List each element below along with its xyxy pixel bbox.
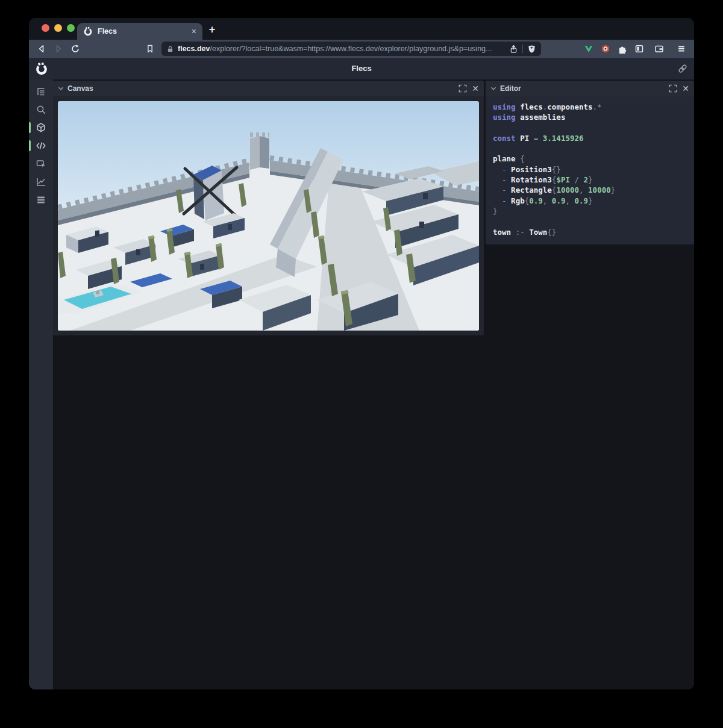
search-icon	[36, 104, 46, 115]
sidebar-item-scene[interactable]	[29, 119, 53, 137]
code-line: - Rotation3{$PI / 2}	[493, 175, 687, 185]
inspector-icon	[36, 158, 46, 169]
entity-tree-icon	[36, 86, 46, 97]
code-line: plane {	[493, 154, 687, 164]
watchtower-side	[260, 136, 269, 169]
sidebar-toggle-icon[interactable]	[634, 44, 644, 54]
page-title: Flecs	[29, 58, 694, 79]
code-line: - Rgb{0.9, 0.9, 0.9}	[493, 196, 687, 206]
code-editor-icon	[36, 140, 46, 151]
watchtower	[250, 136, 260, 170]
chevron-down-icon[interactable]	[58, 86, 64, 92]
url-divider	[522, 45, 523, 53]
url-domain: flecs.dev	[178, 45, 210, 53]
sidebar-item-search[interactable]	[29, 101, 53, 119]
code-line	[493, 123, 687, 133]
wallet-icon[interactable]	[654, 44, 664, 54]
canvas-panel: Canvas ✕	[53, 81, 484, 335]
code-line	[493, 216, 687, 226]
close-icon[interactable]: ✕	[682, 84, 689, 93]
code-line: }	[493, 206, 687, 216]
code-line: using assemblies	[493, 112, 687, 122]
lock-icon	[166, 45, 174, 53]
browser-tab[interactable]: Flecs ×	[77, 23, 202, 40]
share-icon[interactable]	[509, 45, 518, 54]
tab-title: Flecs	[98, 27, 117, 36]
chevron-down-icon[interactable]	[490, 86, 496, 92]
screenshot: Flecs × +	[0, 0, 723, 728]
extensions-puzzle-icon[interactable]	[618, 44, 627, 54]
new-tab-button[interactable]: +	[205, 23, 219, 37]
code-line: const PI = 3.1415926	[493, 133, 687, 143]
traffic-lights	[42, 24, 75, 32]
editor-panel-header: Editor ✕	[486, 81, 694, 96]
tab-strip: Flecs × +	[29, 18, 694, 40]
tab-close-icon[interactable]: ×	[192, 27, 196, 36]
canvas-panel-title: Canvas	[67, 84, 93, 93]
code-line: - Rectangle{10000, 10000}	[493, 185, 687, 195]
canvas-panel-body	[53, 96, 484, 335]
bookmark-icon[interactable]	[145, 44, 155, 54]
workspace: Canvas ✕	[53, 79, 694, 689]
browser-toolbar: flecs.dev /explorer/?local=true&wasm=htt…	[29, 40, 694, 58]
sidebar-item-tables[interactable]	[29, 191, 53, 209]
app-sidebar	[29, 79, 53, 689]
hex-extension-icon[interactable]	[601, 44, 610, 54]
scene-canvas-icon	[36, 122, 46, 133]
url-path: /explorer/?local=true&wasm=https://www.f…	[210, 45, 505, 53]
close-window-button[interactable]	[42, 24, 49, 32]
forward-icon[interactable]	[54, 44, 63, 54]
app-header: Flecs	[29, 58, 694, 79]
code-line	[493, 143, 687, 154]
permalink-icon[interactable]	[678, 64, 687, 73]
flecs-favicon-icon	[83, 26, 93, 36]
sidebar-item-editor[interactable]	[29, 137, 53, 155]
canvas-panel-header: Canvas ✕	[53, 81, 484, 96]
stats-chart-icon	[36, 176, 46, 187]
back-icon[interactable]	[37, 44, 46, 54]
reload-icon[interactable]	[70, 44, 80, 54]
editor-panel: Editor ✕ using flecs.components.*usin	[486, 81, 694, 244]
brave-shield-icon[interactable]	[527, 45, 536, 54]
close-icon[interactable]: ✕	[472, 84, 479, 93]
fullscreen-icon[interactable]	[459, 84, 467, 93]
code-line: - Position3{}	[493, 164, 687, 175]
sidebar-item-stats[interactable]	[29, 173, 53, 191]
fullscreen-icon[interactable]	[669, 84, 677, 93]
zoom-window-button[interactable]	[67, 24, 75, 32]
data-table-icon	[36, 194, 46, 205]
sidebar-item-inspector[interactable]	[29, 155, 53, 173]
minimize-window-button[interactable]	[54, 24, 62, 32]
editor-code[interactable]: using flecs.components.*using assemblies…	[486, 96, 694, 244]
code-line: town :- Town{}	[493, 227, 687, 237]
canvas-3d-scene[interactable]	[58, 101, 479, 331]
editor-panel-title: Editor	[500, 84, 521, 93]
vue-devtools-icon[interactable]	[584, 44, 593, 54]
menu-icon[interactable]	[677, 44, 686, 54]
sidebar-item-entity-tree[interactable]	[29, 82, 53, 101]
code-line: using flecs.components.*	[493, 102, 687, 112]
url-bar[interactable]: flecs.dev /explorer/?local=true&wasm=htt…	[161, 42, 541, 56]
browser-window: Flecs × +	[29, 18, 694, 689]
